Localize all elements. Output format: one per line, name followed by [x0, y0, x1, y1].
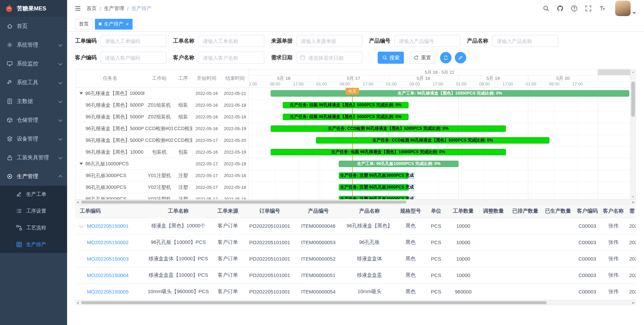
gantt-task-row[interactable]: 96孔移液盒【黑色】10000PC2022-05-162022-05-21	[75, 88, 249, 99]
gantt-bar[interactable]: 生产工单: 96孔移液盒【黑色】10000PCS 完成比例: 0%	[271, 90, 629, 97]
date-input[interactable]	[297, 52, 362, 64]
font-size-icon[interactable]	[599, 5, 606, 12]
order-link[interactable]: MO202205150001	[87, 223, 128, 229]
table-cell: 黑色	[397, 283, 424, 300]
gantt-task-row[interactable]: 96孔孔板3000PCSY01注塑机注塑2022-05-172022-05-18	[75, 170, 249, 181]
tab-scheduling[interactable]: 生产排产×	[95, 19, 132, 30]
gantt-task-row[interactable]: 96孔孔板3000PCSY02注塑机注塑2022-05-172022-05-18	[75, 181, 249, 193]
sidebar-toggle[interactable]	[74, 5, 81, 12]
help-icon[interactable]	[571, 5, 578, 12]
column-header: 客户名称	[601, 205, 626, 218]
text-input[interactable]	[297, 35, 362, 47]
close-icon[interactable]: ×	[126, 21, 129, 26]
text-input[interactable]	[101, 35, 166, 47]
sidebar-item-production[interactable]: 生产管理	[0, 167, 67, 186]
sidebar-item-equipment[interactable]: 设备管理	[0, 129, 67, 148]
scroll-down-arrow[interactable]: ▼	[631, 194, 636, 199]
table-row: MO202205150001移液盒【黑色】10000个客户订单PO2022051…	[75, 218, 636, 234]
chevron-down-icon	[58, 118, 62, 121]
task-name: 96孔移液盒【黑色】10000PC	[85, 90, 145, 97]
gantt-task-row[interactable]: 96孔移液盒【黑色】5000PZ02组装机组装2022-05-162022-05…	[75, 111, 249, 123]
breadcrumb-item-home[interactable]: 首页	[87, 5, 97, 12]
gantt-bar[interactable]: 生产工单: 96孔孔板10000PCS 完成比例: 0%	[339, 161, 459, 167]
text-input[interactable]	[199, 35, 264, 47]
task-station: Y02注塑机	[145, 184, 174, 191]
sidebar-item-fixture[interactable]: 工装夹具管理	[0, 148, 67, 167]
sidebar-item-tools[interactable]: 系统工具	[0, 73, 67, 92]
sidebar-submenu: 生产工单工序设置工艺流程生产排产	[0, 186, 67, 253]
scroll-right-arrow[interactable]: ▶	[631, 301, 636, 306]
table-cell: 黑色	[397, 267, 424, 283]
sidebar-item-scheduling[interactable]: 生产排产	[0, 236, 67, 253]
gantt-bar[interactable]: 生产任务: 组装 96孔移液盒【黑色】5000PCS 完成比例: 0%	[283, 114, 409, 120]
tab-home[interactable]: 首页	[75, 19, 92, 30]
gantt-bar[interactable]: 生产任务: CCD检测 96孔移液盒【黑色】5000PCS 完成比例: 0%	[271, 125, 506, 132]
collapse-triangle-icon[interactable]	[79, 92, 83, 95]
sidebar-item-work-order[interactable]: 生产工单	[0, 186, 67, 203]
gantt-bar[interactable]: 生产任务: CCD检测 96孔移液盒【黑色】5000PCS 完成比例: 0%	[316, 137, 549, 144]
order-link[interactable]: MO202205150004	[87, 272, 128, 278]
sidebar-item-process-setting[interactable]: 工序设置	[0, 203, 67, 219]
order-link[interactable]: MO202205150005	[87, 289, 128, 294]
hour-label: 17:00	[433, 82, 443, 87]
sidebar-item-system[interactable]: 系统管理	[0, 36, 67, 54]
gantt-task-row[interactable]: 96孔孔板10000PCS2022-05-172022-05-19	[75, 158, 249, 170]
gantt-bar-label: 生产任务: 组装 96孔移液盒【黑色】5000PCS 完成比例: 0%	[288, 102, 403, 108]
gantt-vertical-scrollbar[interactable]: ▲ ▼	[630, 69, 636, 199]
fullscreen-icon[interactable]	[585, 5, 592, 12]
text-input[interactable]	[199, 52, 264, 64]
gantt-task-row[interactable]: 96孔移液盒【黑色】10000包装机包装2022-05-162022-05-19	[75, 146, 249, 158]
text-input[interactable]	[492, 35, 558, 47]
sidebar-item-label: 生产排产	[26, 241, 62, 248]
chevron-up-icon	[58, 175, 62, 179]
task-process: 组装	[174, 102, 192, 108]
scrollbar-thumb[interactable]	[81, 301, 547, 304]
expand-chevron-icon[interactable]	[79, 223, 84, 228]
user-menu[interactable]	[615, 1, 636, 16]
app-logo[interactable]: 苦糖果MES	[0, 0, 67, 17]
hour-label: 01:00	[456, 82, 466, 87]
github-icon[interactable]	[557, 5, 564, 12]
refresh-button[interactable]	[440, 52, 451, 63]
edit-button[interactable]	[455, 52, 466, 63]
sidebar-item-warehouse[interactable]: 仓储管理	[0, 111, 67, 129]
gantt-header-corner	[598, 69, 630, 75]
filter-field: 工单编码	[75, 35, 166, 47]
gantt-bar[interactable]: 生产任务: 注塑 96孔孔板3000PCS 完成	[339, 184, 409, 191]
task-name: 96孔孔板3000PCS	[86, 172, 126, 179]
scrollbar-thumb[interactable]	[631, 82, 635, 117]
scroll-right-arrow[interactable]: ▶	[631, 200, 636, 205]
table-cell: 202	[626, 218, 636, 234]
search-button[interactable]: 搜索	[378, 52, 404, 64]
gantt-bar[interactable]: 生产任务: 注塑 96孔孔板3000PCS 完成	[339, 196, 409, 199]
gantt-task-row[interactable]: 96孔移液盒【黑色】5000PCCD检测#01CCD检测2022-05-1620…	[75, 123, 249, 134]
task-end: 2022-05-21	[221, 91, 249, 96]
gantt-task-row[interactable]: 96孔孔板3000PCSY03注塑机注塑2022-05-172022-05-18	[75, 193, 249, 199]
gantt-bar[interactable]: 生产任务: 组装 96孔移液盒【黑色】5000PCS 完成比例: 0%	[283, 102, 409, 108]
gantt-bar[interactable]: 生产任务: 注塑 96孔孔板3000PCS 完成	[339, 172, 409, 179]
sidebar-item-master-data[interactable]: 主数据	[0, 92, 67, 111]
sidebar-item-home[interactable]: 首页	[0, 17, 67, 36]
gantt-horizontal-scrollbar[interactable]: ◀ ▶	[75, 200, 636, 205]
scroll-left-arrow[interactable]: ◀	[75, 301, 80, 306]
collapse-triangle-icon[interactable]	[79, 163, 83, 165]
gantt-bar[interactable]: 生产任务: 包装 96孔移液盒【黑色】10000PCS 完成比例: 0%	[271, 149, 506, 155]
text-input[interactable]	[101, 52, 166, 64]
reset-button[interactable]: 重置	[409, 52, 435, 64]
sidebar-item-process-flow[interactable]: 工艺流程	[0, 219, 67, 236]
filter-field: 来源单据	[271, 35, 362, 47]
order-link[interactable]: MO202205150003	[87, 256, 128, 262]
scrollbar-thumb[interactable]	[81, 201, 407, 204]
orders-horizontal-scrollbar[interactable]: ◀ ▶	[75, 300, 636, 305]
chevron-down-icon	[58, 137, 62, 140]
search-icon[interactable]	[543, 5, 549, 12]
scroll-left-arrow[interactable]: ◀	[75, 200, 80, 205]
breadcrumb-item-production[interactable]: 生产管理	[104, 5, 124, 12]
sidebar-item-monitor[interactable]: 系统监控	[0, 54, 67, 73]
scroll-up-arrow[interactable]: ▲	[631, 69, 636, 74]
gantt-task-row[interactable]: 96孔移液盒【黑色】5000PZ01组装机组装2022-05-162022-05…	[75, 99, 249, 111]
gantt-task-row[interactable]: 96孔移液盒【黑色】5000PCCD检测#02CCD检测2022-05-1720…	[75, 134, 249, 146]
order-link[interactable]: MO202205150002	[87, 239, 128, 245]
task-start: 2022-05-17	[192, 197, 221, 200]
text-input[interactable]	[394, 35, 460, 47]
